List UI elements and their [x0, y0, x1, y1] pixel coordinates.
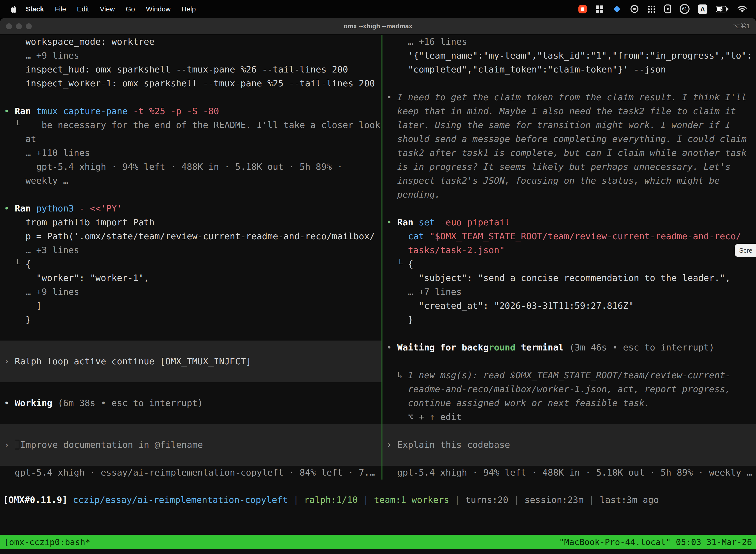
battery-icon[interactable] — [716, 6, 729, 12]
terminal-line: later. Using the same for transition mig… — [382, 118, 756, 132]
terminal-line: ⌥ + ↑ edit — [382, 410, 756, 424]
terminal-line: } — [0, 313, 381, 327]
screen-notification-text: Scre — [739, 247, 752, 254]
keyhole-icon[interactable] — [664, 4, 671, 13]
tmux-pane-right[interactable]: … +16 lines '{"team_name":"my-team","tas… — [382, 35, 756, 480]
terminal-line: gpt-5.4 xhigh · 94% left · 488K in · 5.1… — [382, 466, 756, 480]
text-segment: … +110 lines — [4, 148, 90, 158]
text-segment: cat — [408, 231, 430, 241]
menu-app-name[interactable]: Slack — [20, 5, 49, 13]
terminal-line: workspace_mode: worktree — [0, 35, 381, 49]
input-source-label: A — [700, 5, 705, 13]
screen: Slack File Edit View Go Window Help 61 — [0, 0, 756, 554]
prompt-line[interactable]: › Explain this codebase — [382, 438, 756, 452]
terminal-line: … +3 lines — [0, 243, 381, 257]
screen-recording-indicator[interactable] — [578, 5, 587, 13]
apple-logo-icon[interactable] — [10, 5, 17, 13]
text-segment: continue assigned work or next feasible … — [386, 398, 650, 408]
terminal-line — [0, 410, 381, 424]
text-segment: Ran — [15, 106, 36, 116]
terminal-line: "created_at": "2026-03-31T11:59:27.816Z" — [382, 299, 756, 313]
text-segment: "$OMX_TEAM_STATE_ROOT/team/review-curren… — [429, 231, 741, 241]
text-segment: └ be necessary for the end of the README… — [4, 120, 380, 130]
close-button[interactable] — [6, 23, 12, 29]
text-segment: • — [4, 398, 15, 408]
terminal-line — [0, 90, 381, 104]
menu-edit[interactable]: Edit — [71, 5, 94, 13]
terminal-line: ] — [0, 299, 381, 313]
menu-help[interactable]: Help — [176, 5, 201, 13]
window-grid-icon[interactable] — [595, 5, 604, 13]
terminal-line: at — [0, 132, 381, 146]
text-segment: inspect task2's JSON, focusing on the st… — [386, 175, 720, 186]
terminal-line: • Ran python3 - <<'PY' — [0, 202, 381, 215]
screen-notification[interactable]: Scre — [735, 244, 756, 257]
terminal-line: "subject": "send a concise recommendatio… — [382, 271, 756, 285]
text-segment: … +3 lines — [4, 245, 79, 255]
text-segment: round — [489, 342, 515, 352]
dots-grid-icon[interactable] — [647, 5, 656, 13]
terminal-line: "completed","claim_token":"claim-token"}… — [382, 63, 756, 76]
menu-view[interactable]: View — [94, 5, 120, 13]
text-segment: … +16 lines — [386, 36, 467, 47]
terminal-line — [382, 424, 756, 438]
lens-icon[interactable] — [630, 4, 639, 13]
text-segment: '{"team_name":"my-team","task_id":"1","f… — [386, 50, 752, 61]
menu-file[interactable]: File — [49, 5, 71, 13]
minimize-button[interactable] — [16, 23, 22, 29]
text-segment: gpt-5.4 xhigh · 94% left · 488K in · 5.1… — [4, 161, 342, 172]
zoom-button[interactable] — [26, 23, 32, 29]
text-segment: -euo pipefail — [440, 217, 510, 227]
text-segment: terminal — [515, 342, 564, 352]
text-segment: • — [4, 106, 15, 116]
terminal-line: • Ran set -euo pipefail — [382, 215, 756, 229]
terminal-line: is in progress? It seems likely but perh… — [382, 160, 756, 174]
terminal-line: keep that in mind. Maybe I also need the… — [382, 104, 756, 118]
omx-status-line: [OMX#0.11.9] cczip/essay/ai-reimplementa… — [0, 493, 756, 507]
text-segment: ⌥ + ↑ edit — [386, 411, 461, 422]
window-titlebar[interactable]: omx --xhigh --madmax ⌥⌘1 — [0, 18, 756, 35]
text-segment: • — [386, 217, 397, 227]
text-segment: • — [4, 203, 15, 214]
text-segment: at — [4, 133, 36, 144]
terminal-line: '{"team_name":"my-team","task_id":"1","f… — [382, 49, 756, 63]
menu-window[interactable]: Window — [140, 5, 176, 13]
terminal-line: • I need to get the claim token from the… — [382, 90, 756, 104]
terminal-line: inspect task2's JSON, focusing on the st… — [382, 174, 756, 188]
menu-bar-status-area: 61 A — [578, 4, 750, 14]
wifi-icon[interactable] — [737, 5, 747, 13]
text-segment: inspect_hud: omx sparkshell --tmux-pane … — [4, 64, 348, 74]
terminal-line: should send a message before completing … — [382, 132, 756, 146]
menu-go[interactable]: Go — [120, 5, 140, 13]
prompt-line[interactable]: › Ralph loop active continue [OMX_TMUX_I… — [0, 354, 381, 368]
text-segment: { — [25, 259, 31, 269]
text-segment: python3 — [36, 203, 79, 214]
terminal-line — [382, 354, 756, 368]
tmux-session-label: [omx-cczip0:bash* — [4, 537, 90, 547]
battery-percent-icon[interactable]: 61 — [680, 4, 690, 14]
text-segment: } — [4, 314, 31, 325]
text-segment: Waiting for backg — [397, 342, 488, 352]
text-segment: … +7 lines — [386, 286, 461, 297]
text-segment: - <<'PY' — [79, 203, 122, 214]
text-segment: (6m 38s • esc to interrupt) — [52, 398, 203, 408]
terminal-line: from pathlib import Path — [0, 215, 381, 229]
terminal-line: └ { — [382, 257, 756, 271]
blue-diamond-icon[interactable] — [612, 4, 622, 14]
text-segment: pending. — [386, 189, 440, 200]
tmux-pane-left[interactable]: workspace_mode: worktree … +9 lines insp… — [0, 35, 381, 480]
terminal-line: … +9 lines — [0, 285, 381, 299]
text-segment: … +9 lines — [4, 50, 79, 61]
text-segment: Ran — [15, 203, 36, 214]
prompt-line[interactable]: › Improve documentation in @filename — [0, 438, 381, 452]
text-segment: | — [508, 494, 524, 505]
input-source-icon[interactable]: A — [698, 4, 707, 14]
terminal-line: } — [382, 313, 756, 327]
text-segment: } — [386, 314, 413, 325]
text-segment: | — [584, 494, 600, 505]
terminal-line — [382, 327, 756, 340]
text-segment: inspect_worker-1: omx sparkshell --tmux-… — [4, 78, 375, 88]
text-segment: └ — [386, 259, 408, 269]
terminal-line: gpt-5.4 xhigh · essay/ai-reimplementatio… — [0, 466, 381, 480]
terminal-line: … +110 lines — [0, 146, 381, 160]
